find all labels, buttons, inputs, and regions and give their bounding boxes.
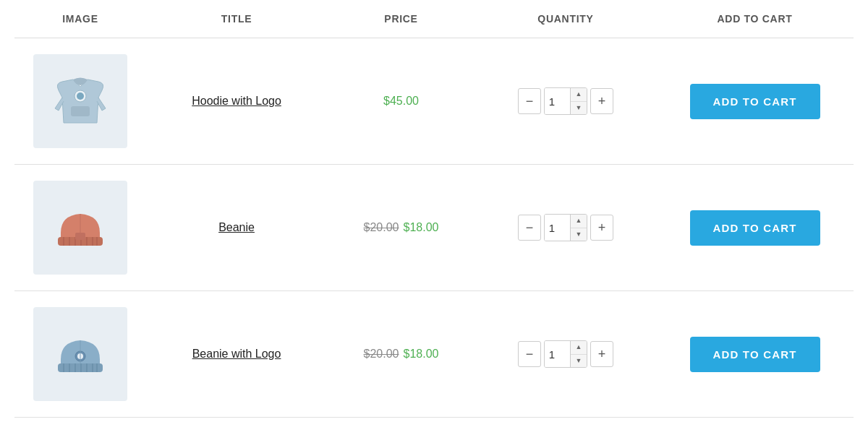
product-title-beanie-with-logo[interactable]: Beanie with Logo	[192, 348, 281, 360]
product-cart-cell-hoodie-with-logo: ADD TO CART	[656, 38, 854, 165]
svg-point-2	[77, 92, 84, 100]
product-cart-cell-beanie-with-logo: ADD TO CART	[656, 291, 854, 418]
header-cart: ADD TO CART	[656, 0, 854, 38]
product-cart-cell-beanie: ADD TO CART	[656, 165, 854, 291]
price-sale-beanie: $18.00	[403, 221, 438, 233]
quantity-decrease-hoodie-with-logo[interactable]: −	[518, 88, 541, 114]
quantity-decrease-beanie-with-logo[interactable]: −	[518, 341, 541, 367]
quantity-down-beanie[interactable]: ▼	[571, 228, 587, 241]
quantity-input-hoodie-with-logo[interactable]	[545, 88, 571, 114]
product-image-cell-hoodie-with-logo	[14, 38, 146, 165]
quantity-input-beanie[interactable]	[545, 215, 571, 241]
quantity-arrows-beanie-with-logo: ▲ ▼	[571, 341, 587, 367]
quantity-input-beanie-with-logo[interactable]	[545, 341, 571, 367]
product-title-hoodie-with-logo[interactable]: Hoodie with Logo	[192, 95, 281, 107]
quantity-control-beanie-with-logo: − ▲ ▼ +	[482, 340, 649, 368]
product-price-cell-beanie-with-logo: $20.00$18.00	[327, 291, 475, 418]
quantity-up-hoodie-with-logo[interactable]: ▲	[571, 88, 587, 102]
svg-rect-0	[71, 106, 90, 116]
product-quantity-cell-beanie: − ▲ ▼ +	[475, 165, 656, 291]
header-price: PRICE	[327, 0, 475, 38]
quantity-down-hoodie-with-logo[interactable]: ▼	[571, 102, 587, 115]
quantity-input-wrap-beanie-with-logo: ▲ ▼	[544, 340, 587, 368]
product-image-beanie	[33, 181, 127, 275]
quantity-down-beanie-with-logo[interactable]: ▼	[571, 355, 587, 368]
product-title-beanie[interactable]: Beanie	[218, 221, 255, 233]
price-sale-beanie-with-logo: $18.00	[403, 348, 438, 360]
product-image-cell-beanie	[14, 165, 146, 291]
product-image-hoodie-with-logo	[33, 54, 127, 148]
product-price-cell-hoodie-with-logo: $45.00	[327, 38, 475, 165]
product-table: IMAGE TITLE PRICE QUANTITY ADD TO CART H…	[14, 0, 854, 418]
header-title: TITLE	[146, 0, 327, 38]
quantity-decrease-beanie[interactable]: −	[518, 215, 541, 241]
product-table-wrapper: IMAGE TITLE PRICE QUANTITY ADD TO CART H…	[0, 0, 868, 418]
quantity-control-hoodie-with-logo: − ▲ ▼ +	[482, 87, 649, 115]
quantity-increase-hoodie-with-logo[interactable]: +	[590, 88, 613, 114]
quantity-input-wrap-hoodie-with-logo: ▲ ▼	[544, 87, 587, 115]
header-image: IMAGE	[14, 0, 146, 38]
quantity-up-beanie[interactable]: ▲	[571, 215, 587, 228]
product-title-cell-beanie: Beanie	[146, 165, 327, 291]
quantity-increase-beanie[interactable]: +	[590, 215, 613, 241]
product-image-cell-beanie-with-logo	[14, 291, 146, 418]
product-quantity-cell-beanie-with-logo: − ▲ ▼ +	[475, 291, 656, 418]
quantity-input-wrap-beanie: ▲ ▼	[544, 214, 587, 241]
price-regular-hoodie-with-logo: $45.00	[383, 95, 419, 107]
product-title-cell-hoodie-with-logo: Hoodie with Logo	[146, 38, 327, 165]
svg-rect-12	[58, 363, 103, 372]
product-image-beanie-with-logo	[33, 307, 127, 401]
header-quantity: QUANTITY	[475, 0, 656, 38]
quantity-arrows-hoodie-with-logo: ▲ ▼	[571, 88, 587, 114]
add-to-cart-button-hoodie-with-logo[interactable]: ADD TO CART	[690, 84, 820, 119]
table-row: Beanie$20.00$18.00 − ▲ ▼ + ADD TO CART	[14, 165, 854, 291]
product-quantity-cell-hoodie-with-logo: − ▲ ▼ +	[475, 38, 656, 165]
quantity-arrows-beanie: ▲ ▼	[571, 215, 587, 241]
table-row: Beanie with Logo$20.00$18.00 − ▲ ▼ + ADD…	[14, 291, 854, 418]
quantity-control-beanie: − ▲ ▼ +	[482, 214, 649, 241]
table-row: Hoodie with Logo$45.00 − ▲ ▼ + ADD TO CA…	[14, 38, 854, 165]
add-to-cart-button-beanie-with-logo[interactable]: ADD TO CART	[690, 337, 820, 372]
price-original-beanie-with-logo: $20.00	[364, 348, 399, 360]
product-title-cell-beanie-with-logo: Beanie with Logo	[146, 291, 327, 418]
quantity-increase-beanie-with-logo[interactable]: +	[590, 341, 613, 367]
price-original-beanie: $20.00	[364, 221, 399, 233]
product-price-cell-beanie: $20.00$18.00	[327, 165, 475, 291]
add-to-cart-button-beanie[interactable]: ADD TO CART	[690, 210, 820, 246]
quantity-up-beanie-with-logo[interactable]: ▲	[571, 341, 587, 355]
